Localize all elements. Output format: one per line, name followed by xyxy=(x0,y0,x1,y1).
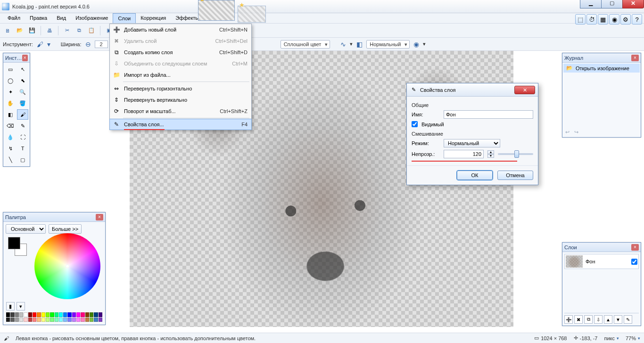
recolor-tool[interactable]: ↯ xyxy=(5,143,16,154)
settings-icon[interactable]: ⚙ xyxy=(620,14,631,24)
width-dec-icon[interactable]: ⊖ xyxy=(85,41,91,48)
move-down-icon[interactable]: ▼ xyxy=(614,315,622,324)
doc-thumb[interactable]: ★ xyxy=(238,6,266,23)
menu-delete-layer: ✖Удалить слойCtrl+Shift+Del xyxy=(110,35,251,47)
close-icon[interactable]: × xyxy=(22,55,28,61)
gradient-tool[interactable]: ◧ xyxy=(5,109,16,120)
curve-icon[interactable]: ∿ xyxy=(340,41,346,48)
ok-button[interactable]: ОК xyxy=(457,171,493,180)
move-up-icon[interactable]: ▲ xyxy=(604,315,612,324)
rotate-icon: ⟳ xyxy=(113,108,120,114)
print-icon[interactable]: 🖶 xyxy=(45,26,54,35)
menu-duplicate-layer[interactable]: ⧉Создать копию слояCtrl+Shift+D xyxy=(110,47,251,58)
menu-adjustments[interactable]: Коррекция xyxy=(136,13,171,23)
cut-icon[interactable]: ✂ xyxy=(62,26,72,35)
pan-tool[interactable]: ✋ xyxy=(5,98,16,108)
menu-import-file[interactable]: 📁Импорт из файла... xyxy=(110,69,251,81)
name-field[interactable] xyxy=(444,110,533,119)
color-strip[interactable] xyxy=(6,312,102,322)
blend-mode-select[interactable]: Нормальный xyxy=(366,40,410,49)
more-button[interactable]: Больше >> xyxy=(49,224,82,234)
open-icon[interactable]: 📂 xyxy=(15,26,25,35)
picker-tool[interactable]: 💧 xyxy=(5,132,16,142)
color-wheel[interactable] xyxy=(34,233,100,299)
color-mode-select[interactable]: Основной xyxy=(6,224,46,234)
maximize-button[interactable] xyxy=(601,0,623,8)
antialias-icon[interactable]: ◧ xyxy=(356,41,363,48)
menu-layers[interactable]: Слои xyxy=(113,13,136,23)
redo-all-icon[interactable]: ↪ xyxy=(574,129,578,135)
add-color-icon[interactable]: ▮ xyxy=(6,302,15,310)
delete-layer-icon[interactable]: ✖ xyxy=(574,315,583,324)
fill-mode-select[interactable]: Сплошной цвет xyxy=(281,40,330,49)
layer-visible-checkbox[interactable] xyxy=(631,259,637,265)
move-selection-tool[interactable]: ⬉ xyxy=(17,75,28,86)
layer-row[interactable]: Фон xyxy=(564,254,639,269)
clone-tool[interactable]: ⛶ xyxy=(17,132,28,142)
duplicate-layer-icon[interactable]: ⧉ xyxy=(584,315,593,324)
zoom-tool[interactable]: 🔍 xyxy=(17,87,28,97)
layer-name: Фон xyxy=(586,259,595,264)
doc-thumb[interactable]: ★ xyxy=(198,0,235,21)
mode-select[interactable]: Нормальный xyxy=(444,139,500,147)
fill-tool[interactable]: 🪣 xyxy=(17,98,28,108)
lasso-tool[interactable]: ◯ xyxy=(5,75,16,86)
menu-view[interactable]: Вид xyxy=(52,13,71,23)
alpha-icon[interactable]: ◉ xyxy=(413,41,419,48)
minimize-button[interactable] xyxy=(580,0,602,8)
menu-flip-horizontal[interactable]: ⇔Перевернуть горизонтально xyxy=(110,83,251,94)
pencil-tool[interactable]: ✎ xyxy=(17,121,28,131)
move-tool[interactable]: ↖ xyxy=(17,64,28,74)
close-icon[interactable]: × xyxy=(631,55,639,61)
main-toolbar: 🗎 📂 💾 🖶 ✂ ⧉ 📋 ▣ ◌ ↶ ↷ xyxy=(0,24,644,38)
tool-window-icon[interactable]: ⬚ xyxy=(575,14,586,24)
close-icon[interactable]: ✕ xyxy=(514,86,535,94)
layer-thumb xyxy=(566,255,583,268)
dialog-titlebar[interactable]: ✎ Свойства слоя ✕ xyxy=(407,83,538,97)
brush-tool[interactable]: 🖌 xyxy=(17,109,28,120)
rect-select-tool[interactable]: ▭ xyxy=(5,64,16,74)
paste-icon[interactable]: 📋 xyxy=(87,26,96,35)
menu-flip-vertical[interactable]: ⇕Перевернуть вертикально xyxy=(110,94,251,106)
menu-rotate-zoom[interactable]: ⟳Поворот и масштаб...Ctrl+Shift+Z xyxy=(110,106,251,117)
undo-all-icon[interactable]: ↩ xyxy=(565,129,570,135)
width-label: Ширина: xyxy=(61,41,82,47)
visible-checkbox[interactable] xyxy=(412,121,418,127)
opacity-field[interactable] xyxy=(444,150,484,158)
width-value[interactable]: 2 xyxy=(95,41,108,48)
opacity-spinner[interactable]: ▲▼ xyxy=(487,150,494,158)
menu-image[interactable]: Изображение xyxy=(71,13,113,23)
layers-window-icon[interactable]: ▦ xyxy=(598,14,608,24)
add-layer-icon[interactable]: ➕ xyxy=(564,315,573,324)
wheel-cursor[interactable] xyxy=(66,264,69,268)
history-window-icon[interactable]: ⏱ xyxy=(586,14,597,24)
close-icon[interactable]: × xyxy=(631,244,639,251)
help-icon[interactable]: ? xyxy=(632,14,642,24)
opacity-slider[interactable] xyxy=(498,153,533,155)
layer-props-icon[interactable]: ✎ xyxy=(624,315,632,324)
zoom-level[interactable]: 77% ▾ xyxy=(626,335,640,341)
flip-v-icon: ⇕ xyxy=(113,97,120,103)
line-tool[interactable]: ╲ xyxy=(5,155,16,165)
unit-select[interactable]: пикс ▾ xyxy=(604,335,619,341)
colors-window-icon[interactable]: ◉ xyxy=(609,14,619,24)
palette-menu-icon[interactable]: ▾ xyxy=(17,302,25,310)
menu-edit[interactable]: Правка xyxy=(25,13,52,23)
menu-add-layer[interactable]: ➕Добавить новый слойCtrl+Shift+N xyxy=(110,24,251,35)
menu-file[interactable]: Файл xyxy=(3,13,25,23)
copy-icon[interactable]: ⧉ xyxy=(74,26,84,35)
close-icon[interactable]: × xyxy=(96,214,103,220)
text-tool[interactable]: T xyxy=(17,143,28,154)
history-item[interactable]: 📂Открыть изображение xyxy=(563,64,640,73)
shapes-tool[interactable]: ▢ xyxy=(17,155,28,165)
cancel-button[interactable]: Отмена xyxy=(497,171,533,180)
merge-layer-icon[interactable]: ⇩ xyxy=(594,315,603,324)
close-button[interactable] xyxy=(622,0,644,8)
save-icon[interactable]: 💾 xyxy=(27,26,37,35)
open-image-icon: 📂 xyxy=(566,65,573,71)
new-icon[interactable]: 🗎 xyxy=(3,26,12,35)
menu-layer-properties[interactable]: ✎Свойства слоя...F4 xyxy=(109,119,252,130)
wand-tool[interactable]: ✦ xyxy=(5,87,16,97)
brush-icon[interactable]: 🖌 xyxy=(37,41,43,48)
eraser-tool[interactable]: ⌫ xyxy=(5,121,16,131)
